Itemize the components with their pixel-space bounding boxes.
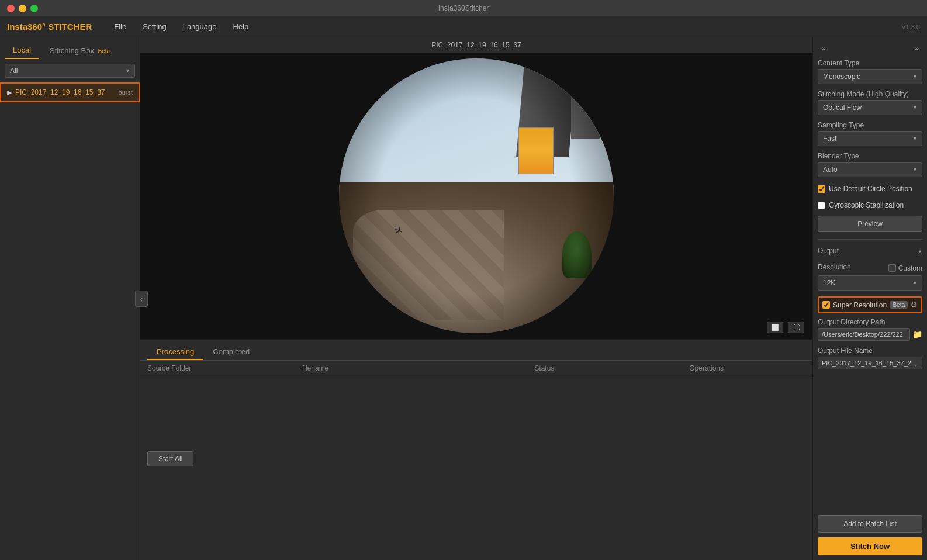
processing-table: Source Folder filename Status Operations [140,361,812,447]
resolution-label: Resolution [818,263,851,271]
menu-setting[interactable]: Setting [137,20,172,33]
col-status: Status [534,364,689,372]
version-label: V1.3.0 [901,23,920,30]
panel-right-arrow[interactable]: » [911,42,922,53]
output-section: Output ∧ [818,247,922,257]
aspect-ratio-button[interactable]: ⬜ [767,322,783,333]
output-chevron-icon[interactable]: ∧ [918,248,922,256]
output-directory-section: Output Directory Path /Users/eric/Deskto… [818,318,922,341]
right-panel: « » Content Type Monoscopic Over/Under S… [812,37,927,560]
processing-footer: Start All [140,447,812,471]
fisheye-image: ✈ [140,53,812,339]
use-default-circle-checkbox[interactable] [818,185,825,193]
minimize-button[interactable] [19,5,26,12]
file-chevron-icon: ▶ [7,89,12,96]
content-type-label: Content Type [818,59,922,67]
use-default-circle-row: Use Default Circle Position [818,183,922,195]
blender-type-label: Blender Type [818,152,922,160]
close-button[interactable] [7,5,15,12]
menu-language[interactable]: Language [177,20,223,33]
file-tag: burst [119,89,133,96]
content-area: PIC_2017_12_19_16_15_37 ✈ ⬜ ⛶ [140,37,812,560]
logo-rest: STITCHER [48,22,92,32]
super-resolution-checkbox[interactable] [822,301,830,309]
tab-stitching-box[interactable]: Stitching Box Beta [41,43,118,58]
image-viewer-title: PIC_2017_12_19_16_15_37 [140,37,812,53]
super-resolution-beta-badge: Beta [890,301,908,309]
output-label: Output [818,247,839,255]
stitching-mode-select[interactable]: Optical Flow Template New Optical Flow [818,100,922,115]
menu-help[interactable]: Help [227,20,255,33]
content-type-select[interactable]: Monoscopic Over/Under Side by Side [818,69,922,84]
gyro-stabilization-checkbox[interactable] [818,202,825,209]
sampling-type-select[interactable]: Fast Slow [818,131,922,146]
use-default-circle-label: Use Default Circle Position [829,185,912,193]
blender-type-select-wrapper: Auto OpenGL OpenCL [818,162,922,177]
super-resolution-gear-icon[interactable]: ⚙ [911,300,918,309]
viewer-controls: ⬜ ⛶ [767,322,804,333]
super-resolution-label: Super Resolution [833,301,887,309]
output-filename-section: Output File Name PIC_2017_12_19_16_15_37… [818,347,922,369]
output-path-row: /Users/eric/Desktop/222/222 📁 [818,328,922,341]
sampling-type-section: Sampling Type Fast Slow [818,121,922,146]
content-type-select-wrapper: Monoscopic Over/Under Side by Side [818,69,922,84]
custom-label: Custom [898,264,922,272]
tab-local[interactable]: Local [5,42,39,59]
stitching-mode-label: Stitching Mode (High Quality) [818,90,922,98]
menubar: Insta360° STITCHER File Setting Language… [0,16,927,37]
window-title: Insta360Stitcher [438,4,489,12]
output-filename-value: PIC_2017_12_19_16_15_37_20171 [818,357,922,369]
sidebar: Local Stitching Box Beta All ▶ PIC_2017_… [0,37,140,560]
start-all-button[interactable]: Start All [147,451,193,466]
filter-select-wrapper: All [5,64,135,78]
vignette-layer [339,58,614,333]
sidebar-collapse-button[interactable]: ‹ [135,291,148,307]
folder-icon[interactable]: 📁 [912,330,922,339]
beta-badge: Beta [98,48,110,54]
sampling-type-label: Sampling Type [818,121,922,129]
tab-processing[interactable]: Processing [147,344,203,360]
custom-toggle: Custom [888,264,922,272]
table-header: Source Folder filename Status Operations [140,361,812,376]
gyro-stabilization-row: Gyroscopic Stabilization [818,199,922,211]
resolution-select-wrapper: 6K 8K 12K Custom [818,275,922,291]
logo-brand: Insta360° [7,22,46,32]
panel-left-arrow[interactable]: « [818,42,829,53]
custom-checkbox[interactable] [888,264,896,272]
output-filename-label: Output File Name [818,347,922,355]
preview-button[interactable]: Preview [818,216,922,232]
main-layout: Local Stitching Box Beta All ▶ PIC_2017_… [0,37,927,560]
menu-file[interactable]: File [108,20,132,33]
processing-tabs: Processing Completed [140,340,812,361]
traffic-lights [7,5,38,12]
maximize-button[interactable] [30,5,38,12]
file-name: PIC_2017_12_19_16_15_37 [15,88,119,96]
blender-type-select[interactable]: Auto OpenGL OpenCL [818,162,922,177]
filter-select[interactable]: All [5,64,135,78]
tab-completed[interactable]: Completed [203,344,259,360]
file-list: ▶ PIC_2017_12_19_16_15_37 burst [0,82,140,560]
gyro-stabilization-label: Gyroscopic Stabilization [829,201,904,209]
resolution-section: Resolution Custom 6K 8K 12K Custom [818,263,922,291]
fisheye-circle: ✈ [339,58,614,333]
fullscreen-button[interactable]: ⛶ [788,322,804,333]
divider [818,239,922,240]
resolution-select[interactable]: 6K 8K 12K Custom [818,275,922,291]
sidebar-tabs: Local Stitching Box Beta [0,37,140,59]
titlebar: Insta360Stitcher [0,0,927,16]
image-viewer: ✈ ⬜ ⛶ [140,53,812,339]
sampling-type-select-wrapper: Fast Slow [818,131,922,146]
col-filename: filename [302,364,534,372]
file-item[interactable]: ▶ PIC_2017_12_19_16_15_37 burst [0,82,140,102]
panel-arrows: « » [818,42,922,53]
add-to-batch-button[interactable]: Add to Batch List [818,515,922,533]
processing-panel: Processing Completed Source Folder filen… [140,339,812,471]
sidebar-filter: All [5,64,135,78]
blender-type-section: Blender Type Auto OpenGL OpenCL [818,152,922,177]
stitching-mode-select-wrapper: Optical Flow Template New Optical Flow [818,100,922,115]
table-body [140,376,812,447]
super-resolution-row: Super Resolution Beta ⚙ [818,296,922,313]
stitching-mode-section: Stitching Mode (High Quality) Optical Fl… [818,90,922,115]
app-logo: Insta360° STITCHER [7,22,92,32]
stitch-now-button[interactable]: Stitch Now [818,537,922,555]
